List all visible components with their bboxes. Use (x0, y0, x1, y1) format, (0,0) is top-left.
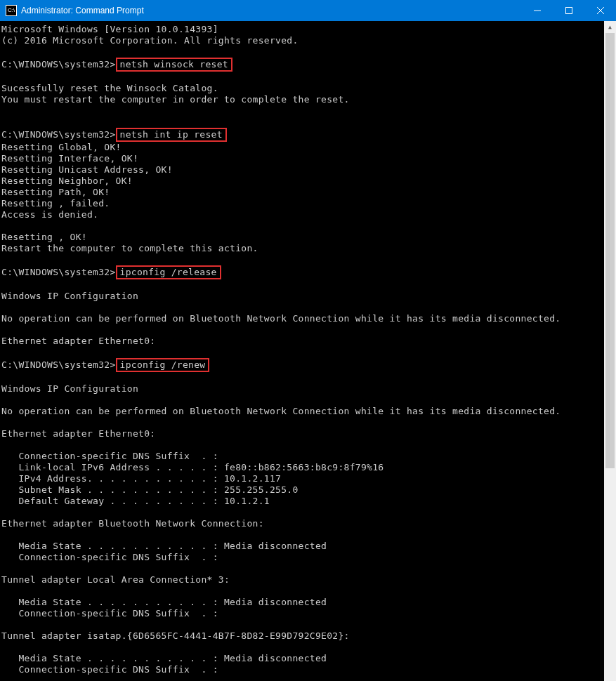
output-line: Media State . . . . . . . . . . . : Medi… (1, 541, 604, 552)
output-line (1, 563, 604, 574)
output-line: Resetting Global, OK! (1, 142, 604, 153)
output-line: No operation can be performed on Bluetoo… (1, 406, 604, 417)
prompt-line: C:\WINDOWS\system32>ipconfig /renew (1, 358, 604, 372)
output-line (1, 302, 604, 313)
output-line: Resetting Interface, OK! (1, 153, 604, 164)
cmd-icon: C:\ (6, 5, 17, 16)
prompt-text: C:\WINDOWS\system32> (1, 129, 116, 140)
scrollbar-vertical[interactable]: ▲ ▼ (604, 21, 616, 681)
maximize-button[interactable] (553, 0, 584, 21)
prompt-line: C:\WINDOWS\system32>ipconfig /release (1, 265, 604, 279)
output-line (1, 46, 604, 58)
output-line (1, 619, 604, 630)
output-line: Connection-specific DNS Suffix . : (1, 664, 604, 675)
output-line (1, 324, 604, 336)
prompt-line: C:\WINDOWS\system32>netsh int ip reset (1, 128, 604, 142)
command-highlight: ipconfig /release (116, 265, 221, 279)
command-prompt-window: C:\ Administrator: Command Prompt Micros… (0, 0, 616, 681)
close-button[interactable] (584, 0, 616, 21)
command-highlight: netsh winsock reset (116, 58, 232, 72)
output-line (1, 586, 604, 597)
output-line (1, 507, 604, 518)
output-line (1, 220, 604, 232)
output-line: Restart the computer to complete this ac… (1, 243, 604, 254)
output-line: Access is denied. (1, 209, 604, 220)
command-highlight: ipconfig /renew (116, 358, 210, 372)
output-line (1, 675, 604, 681)
titlebar[interactable]: C:\ Administrator: Command Prompt (0, 0, 616, 21)
command-highlight: netsh int ip reset (116, 128, 227, 142)
output-line: Microsoft Windows [Version 10.0.14393] (1, 24, 604, 35)
output-line: Media State . . . . . . . . . . . : Medi… (1, 597, 604, 608)
output-line (1, 279, 604, 291)
output-line: Connection-specific DNS Suffix . : (1, 552, 604, 563)
output-line (1, 254, 604, 265)
output-line: Resetting Unicast Address, OK! (1, 164, 604, 176)
output-line: Windows IP Configuration (1, 383, 604, 395)
output-line: Resetting , failed. (1, 198, 604, 209)
minimize-button[interactable] (521, 0, 553, 21)
scroll-thumb[interactable] (605, 33, 615, 468)
output-line: Subnet Mask . . . . . . . . . . . : 255.… (1, 484, 604, 496)
output-line (1, 642, 604, 653)
output-line (1, 72, 604, 83)
window-title: Administrator: Command Prompt (21, 6, 144, 15)
output-line: Tunnel adapter isatap.{6D6565FC-4441-4B7… (1, 630, 604, 642)
prompt-line: C:\WINDOWS\system32>netsh winsock reset (1, 58, 604, 72)
prompt-text: C:\WINDOWS\system32> (1, 59, 116, 70)
output-line: Sucessfully reset the Winsock Catalog. (1, 83, 604, 94)
output-line: Connection-specific DNS Suffix . : (1, 608, 604, 619)
terminal-output[interactable]: Microsoft Windows [Version 10.0.14393](c… (0, 21, 604, 681)
output-line: Windows IP Configuration (1, 291, 604, 302)
output-line: (c) 2016 Microsoft Corporation. All righ… (1, 35, 604, 46)
output-line: You must restart the computer in order t… (1, 94, 604, 105)
output-line: Ethernet adapter Ethernet0: (1, 428, 604, 439)
prompt-text: C:\WINDOWS\system32> (1, 267, 116, 277)
output-line: No operation can be performed on Bluetoo… (1, 313, 604, 324)
output-line: Tunnel adapter Local Area Connection* 3: (1, 574, 604, 586)
output-line (1, 105, 604, 117)
output-line: Resetting Neighbor, OK! (1, 176, 604, 187)
output-line (1, 117, 604, 128)
prompt-text: C:\WINDOWS\system32> (1, 359, 116, 370)
output-line (1, 395, 604, 406)
output-line: IPv4 Address. . . . . . . . . . . : 10.1… (1, 473, 604, 484)
scroll-track[interactable] (604, 33, 616, 681)
output-line (1, 347, 604, 358)
output-line (1, 417, 604, 428)
output-line: Media State . . . . . . . . . . . : Medi… (1, 653, 604, 664)
output-line: Default Gateway . . . . . . . . . : 10.1… (1, 496, 604, 507)
output-line: Ethernet adapter Ethernet0: (1, 336, 604, 347)
output-line: Resetting , OK! (1, 232, 604, 243)
output-line (1, 529, 604, 541)
content-area: Microsoft Windows [Version 10.0.14393](c… (0, 21, 616, 681)
scroll-up-icon[interactable]: ▲ (604, 21, 616, 33)
output-line: Connection-specific DNS Suffix . : (1, 451, 604, 462)
output-line (1, 372, 604, 383)
output-line: Link-local IPv6 Address . . . . . : fe80… (1, 462, 604, 473)
svg-rect-1 (565, 8, 572, 14)
output-line: Resetting Path, OK! (1, 187, 604, 198)
output-line: Ethernet adapter Bluetooth Network Conne… (1, 518, 604, 529)
output-line (1, 439, 604, 451)
